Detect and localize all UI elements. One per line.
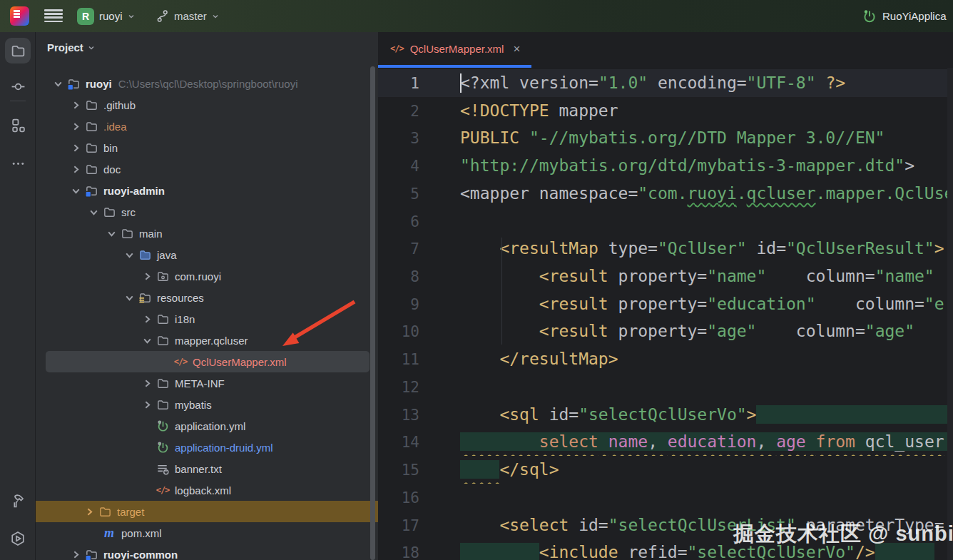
code-token: "-//mybatis.org//DTD Mapper 3.0//EN" [519,128,885,147]
code-token: <mapper namespace= [460,184,638,203]
chevron-right-icon[interactable] [139,311,155,327]
chevron-right-icon[interactable] [68,97,83,113]
run-configuration-widget[interactable]: RuoYiApplica [857,5,953,27]
services-tool-button[interactable] [5,526,31,551]
tree-item--github[interactable]: .github [40,94,372,116]
project-panel-header[interactable]: Project [47,41,95,54]
chevron-down-icon[interactable] [50,76,66,91]
chevron-down-icon[interactable] [139,332,155,348]
code-line-16[interactable]: 16 [378,484,953,511]
module-folder-icon [83,183,99,198]
chevron-right-icon[interactable] [139,375,155,391]
chevron-right-icon[interactable] [68,161,83,177]
tree-item-ruoyi-common[interactable]: ruoyi-common [40,544,372,560]
code-token: mapper [549,101,618,120]
tree-item-i18n[interactable]: i18n [40,308,372,330]
build-tool-button[interactable] [5,489,31,514]
tree-item-src[interactable]: src [40,201,372,223]
code-token: "education" [707,295,815,313]
code-token: select [539,432,598,451]
line-number: 15 [378,457,419,484]
stripe-divider [10,101,26,101]
chevron-right-icon[interactable] [68,546,83,560]
code-token: . [737,184,747,203]
chevron-right-icon[interactable] [139,268,155,284]
tree-item-ruoyi-admin[interactable]: ruoyi-admin [40,180,372,201]
project-tree-scrollbar[interactable] [370,66,375,560]
structure-tool-button[interactable] [5,112,31,138]
resources-folder-icon [137,290,153,305]
tab-close-icon[interactable]: × [510,41,523,56]
tree-item-label: logback.xml [175,484,231,497]
tree-item-mapper-qcluser[interactable]: mapper.qcluser [40,330,372,351]
code-line-12[interactable]: 12 [378,373,953,401]
tab-qclusermapper-xml[interactable]: </> QclUserMapper.xml × [378,32,531,68]
code-line-14[interactable]: 14 select name, education, age from qcl_… [378,428,953,456]
line-number: 16 [378,484,419,511]
code-token: name [608,432,648,451]
git-branch-selector[interactable]: master [151,5,223,27]
code-token: .mapper.QclUse [816,184,953,203]
chevron-down-icon[interactable] [121,247,137,263]
tree-item-qclusermapper-xml[interactable]: </>QclUserMapper.xml [46,351,370,372]
chevron-right-icon[interactable] [68,140,83,156]
chevron-down-icon[interactable] [68,183,83,198]
tree-item-label: ruoyi [86,78,112,90]
chevron-right-icon[interactable] [81,504,97,519]
tree-item-label: main [139,228,163,240]
chevron-down-icon[interactable] [86,204,101,220]
code-line-10[interactable]: 10 <result property="age" column="age" [378,317,953,345]
tree-item-application-druid-yml[interactable]: application-druid.yml [40,437,372,458]
xml-file-icon: </> [390,44,404,54]
code-token [460,350,499,368]
chevron-right-icon[interactable] [139,397,155,412]
tree-item-pom-xml[interactable]: mpom.xml [40,522,372,544]
main-menu-hamburger-icon[interactable] [44,9,63,23]
code-token: <include [539,543,618,560]
code-line-11[interactable]: 11 </resultMap> [378,345,953,373]
tree-item-bin[interactable]: bin [40,137,372,158]
code-token: age [776,432,806,451]
code-line-7[interactable]: 7 <resultMap type="QclUser" id="QclUserR… [378,235,953,263]
code-line-4[interactable]: 4"http://mybatis.org/dtd/mybatis-3-mappe… [378,152,953,180]
tree-item-meta-inf[interactable]: META-INF [40,372,372,394]
branch-name: master [174,10,207,22]
tree-item-mybatis[interactable]: mybatis [40,394,372,415]
spring-config-icon [155,439,170,455]
line-number: 17 [378,512,419,539]
code-line-5[interactable]: 5<mapper namespace="com.ruoyi.qcluser.ma… [378,180,953,208]
project-panel-title: Project [47,41,83,54]
project-tool-button[interactable] [5,38,31,63]
tree-item-com-ruoyi[interactable]: com.ruoyi [40,265,372,287]
chevron-down-icon[interactable] [121,290,137,305]
more-tool-windows-button[interactable] [5,151,31,176]
tree-item-main[interactable]: main [40,223,372,244]
code-line-6[interactable]: 6 [378,208,953,235]
commit-tool-button[interactable] [5,73,31,99]
tree-item-banner-txt[interactable]: banner.txt [40,458,372,479]
services-hexagon-play-icon [10,531,26,546]
chevron-right-icon[interactable] [68,118,83,134]
code-line-3[interactable]: 3PUBLIC "-//mybatis.org//DTD Mapper 3.0/… [378,124,953,152]
tree-item-target[interactable]: target [36,501,378,522]
tree-item-logback-xml[interactable]: </>logback.xml [40,479,372,501]
chevron-down-icon[interactable] [103,225,119,241]
commit-icon [11,79,26,94]
tree-item-resources[interactable]: resources [40,287,372,308]
project-selector[interactable]: R ruoyi [73,5,139,27]
tree-item-application-yml[interactable]: application.yml [40,415,372,437]
code-token [460,432,539,451]
code-line-9[interactable]: 9 <result property="education" column="e [378,290,953,318]
tree-item-java[interactable]: java [40,244,372,265]
code-line-2[interactable]: 2<!DOCTYPE mapper [378,97,953,125]
tree-item-label: i18n [175,313,195,325]
tree-item-doc[interactable]: doc [40,158,372,180]
code-line-13[interactable]: 13 <sql id="selectQclUserVo"> [378,401,953,429]
code-line-15[interactable]: 15 </sql> [378,456,953,484]
tree-item--idea[interactable]: .idea [40,116,372,137]
code-line-1[interactable]: 1<?xml version="1.0" encoding="UTF-8" ?> [378,69,953,97]
code-line-8[interactable]: 8 <result property="name" column="name" [378,263,953,290]
editor-scrollbar[interactable] [947,68,953,560]
folder-icon [155,311,170,327]
tree-item-ruoyi[interactable]: ruoyiC:\Users\qcl\Desktop\springboot\ruo… [40,73,372,94]
